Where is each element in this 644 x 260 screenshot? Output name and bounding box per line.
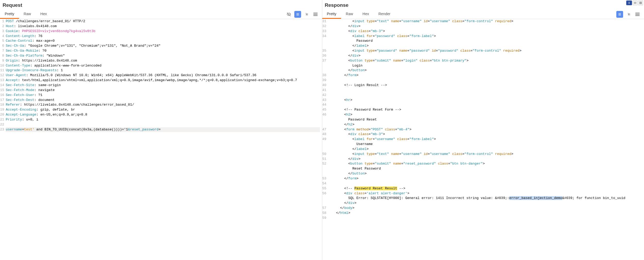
- code-line[interactable]: </button>: [322, 68, 644, 73]
- code-content[interactable]: Login: [328, 63, 644, 68]
- code-content[interactable]: Sec-Fetch-User: ?1: [6, 93, 322, 98]
- code-content[interactable]: <div class="mb-3">: [328, 132, 644, 137]
- response-code-area[interactable]: 31 <input type="text" name="username" id…: [322, 19, 644, 260]
- code-content[interactable]: User-Agent: Mozilla/5.0 (Windows NT 10.0…: [6, 73, 322, 78]
- code-line[interactable]: 36 </div>: [322, 53, 644, 58]
- code-content[interactable]: Upgrade-Insecure-Requests: 1: [6, 68, 322, 73]
- code-content[interactable]: </form>: [328, 73, 644, 78]
- code-line[interactable]: 54: [322, 181, 644, 186]
- code-content[interactable]: Cookie: PHPSESSID=vlvjven6bsndg7kg4val5v…: [6, 29, 322, 34]
- hamburger-icon[interactable]: [634, 11, 641, 18]
- code-line[interactable]: 21Priority: u=0, i: [0, 117, 322, 122]
- code-line[interactable]: 31 <input type="text" name="username" id…: [322, 19, 644, 24]
- code-line[interactable]: 20Accept-Language: en-US,en;q=0.9,ar;q=0…: [0, 112, 322, 117]
- code-content[interactable]: [328, 181, 644, 186]
- tab-hex[interactable]: Hex: [36, 10, 52, 19]
- code-content[interactable]: <input type="text" name="username" id="u…: [328, 152, 644, 157]
- code-content[interactable]: [328, 88, 644, 93]
- code-line[interactable]: 12User-Agent: Mozilla/5.0 (Windows NT 10…: [0, 73, 322, 78]
- code-content[interactable]: </h2>: [328, 122, 644, 127]
- tab-raw[interactable]: Raw: [341, 10, 358, 19]
- pause-badge[interactable]: II: [626, 1, 632, 5]
- code-content[interactable]: Accept: text/html,application/xhtml+xml,…: [6, 78, 322, 83]
- code-content[interactable]: <form method="POST" class="mb-4">: [328, 127, 644, 132]
- code-content[interactable]: Origin: https://livelabs.0x4148.com: [6, 58, 322, 63]
- code-line[interactable]: 19Accept-Encoding: gzip, deflate, br: [0, 107, 322, 112]
- code-line[interactable]: Password: [322, 39, 644, 44]
- code-line[interactable]: 50 <input type="text" name="username" id…: [322, 152, 644, 157]
- code-line[interactable]: SQL Error: SQLSTATE[HY000]: General erro…: [322, 196, 644, 201]
- code-content[interactable]: <!-- Password Reset Form -->: [328, 107, 644, 112]
- code-content[interactable]: </button>: [328, 171, 644, 176]
- code-line[interactable]: 38 </form>: [322, 73, 644, 78]
- code-content[interactable]: Referer: https://livelabs.0x4148.com/cha…: [6, 102, 322, 107]
- code-line[interactable]: </label>: [322, 44, 644, 49]
- tab-render[interactable]: Render: [374, 10, 395, 19]
- code-content[interactable]: Cache-Control: max-age=0: [6, 39, 322, 44]
- code-content[interactable]: <input type="text" name="username" id="u…: [328, 19, 644, 24]
- code-content[interactable]: Sec-Ch-Ua: "Google Chrome";v="131", "Chr…: [6, 44, 322, 49]
- code-line[interactable]: 3Cookie: PHPSESSID=vlvjven6bsndg7kg4val5…: [0, 29, 322, 34]
- code-content[interactable]: Sec-Fetch-Site: same-origin: [6, 83, 322, 88]
- code-content[interactable]: Content-Type: application/x-www-form-url…: [6, 63, 322, 68]
- code-content[interactable]: Content-Length: 76: [6, 34, 322, 39]
- code-content[interactable]: Host: livelabs.0x4148.com: [6, 24, 322, 29]
- code-line[interactable]: 55 <!-- Password Reset Result -->: [322, 186, 644, 191]
- code-line[interactable]: 32 </div>: [322, 24, 644, 29]
- code-line[interactable]: 10Content-Type: application/x-www-form-u…: [0, 63, 322, 68]
- tab-pretty[interactable]: Pretty: [0, 10, 19, 19]
- code-content[interactable]: [328, 78, 644, 83]
- code-line[interactable]: 41: [322, 88, 644, 93]
- code-content[interactable]: <input type="password" name="password" i…: [328, 49, 644, 53]
- code-content[interactable]: </div>: [328, 201, 644, 206]
- code-line[interactable]: Reset Password: [322, 166, 644, 171]
- code-line[interactable]: 53 </form>: [322, 176, 644, 181]
- code-content[interactable]: </div>: [328, 24, 644, 29]
- hamburger-icon[interactable]: [312, 11, 319, 18]
- code-content[interactable]: Sec-Ch-Ua-Platform: "Windows": [6, 53, 322, 58]
- code-line[interactable]: 35 <input type="password" name="password…: [322, 49, 644, 53]
- code-line[interactable]: 39: [322, 78, 644, 83]
- code-line[interactable]: 48 <div class="mb-3">: [322, 132, 644, 137]
- code-line[interactable]: 57 </body>: [322, 206, 644, 211]
- code-line[interactable]: 4Content-Length: 76: [0, 34, 322, 39]
- code-content[interactable]: <label for="password" class="form-label"…: [328, 34, 644, 39]
- code-content[interactable]: </label>: [328, 147, 644, 152]
- code-content[interactable]: </button>: [328, 68, 644, 73]
- code-line[interactable]: 23username=test' and BIN_TO_UUID(concat(…: [0, 127, 322, 132]
- code-line[interactable]: </button>: [322, 171, 644, 176]
- code-content[interactable]: </label>: [328, 44, 644, 49]
- ln-icon[interactable]: \n: [303, 11, 310, 18]
- code-line[interactable]: 1POST /challenges/error_based_01/ HTTP/2: [0, 19, 322, 24]
- code-content[interactable]: <button type="submit" name="login" class…: [328, 58, 644, 63]
- code-content[interactable]: [328, 216, 644, 221]
- code-line[interactable]: 58 </html>: [322, 211, 644, 216]
- code-content[interactable]: </html>: [328, 211, 644, 216]
- code-content[interactable]: username=test' and BIN_TO_UUID(concat(0x…: [6, 127, 322, 132]
- code-content[interactable]: Sec-Fetch-Mode: navigate: [6, 88, 322, 93]
- code-content[interactable]: Accept-Encoding: gzip, deflate, br: [6, 107, 322, 112]
- code-line[interactable]: 44: [322, 102, 644, 107]
- code-content[interactable]: <hr>: [328, 98, 644, 103]
- tab-raw[interactable]: Raw: [19, 10, 36, 19]
- code-line[interactable]: </div>: [322, 201, 644, 206]
- code-line[interactable]: 40 <!-- Login Result -->: [322, 83, 644, 88]
- code-content[interactable]: Sec-Fetch-Dest: document: [6, 98, 322, 103]
- code-line[interactable]: 5Cache-Control: max-age=0: [0, 39, 322, 44]
- code-line[interactable]: 51 </div>: [322, 157, 644, 162]
- code-line[interactable]: 6Sec-Ch-Ua: "Google Chrome";v="131", "Ch…: [0, 44, 322, 49]
- code-line[interactable]: </label>: [322, 147, 644, 152]
- code-line[interactable]: 15Sec-Fetch-Mode: navigate: [0, 88, 322, 93]
- code-line[interactable]: 34 <label for="password" class="form-lab…: [322, 34, 644, 39]
- code-line[interactable]: 37 <button type="submit" name="login" cl…: [322, 58, 644, 63]
- code-line[interactable]: 56 <div class='alert alert-danger'>: [322, 191, 644, 196]
- code-line[interactable]: 43 <hr>: [322, 98, 644, 103]
- code-line[interactable]: 2Host: livelabs.0x4148.com: [0, 24, 322, 29]
- code-content[interactable]: Password: [328, 39, 644, 44]
- code-line[interactable]: Username: [322, 142, 644, 147]
- code-line[interactable]: Login: [322, 63, 644, 68]
- code-content[interactable]: Accept-Language: en-US,en;q=0.9,ar;q=0.8: [6, 112, 322, 117]
- code-content[interactable]: POST /challenges/error_based_01/ HTTP/2: [6, 19, 322, 24]
- code-content[interactable]: Password Reset: [328, 117, 644, 122]
- code-content[interactable]: </body>: [328, 206, 644, 211]
